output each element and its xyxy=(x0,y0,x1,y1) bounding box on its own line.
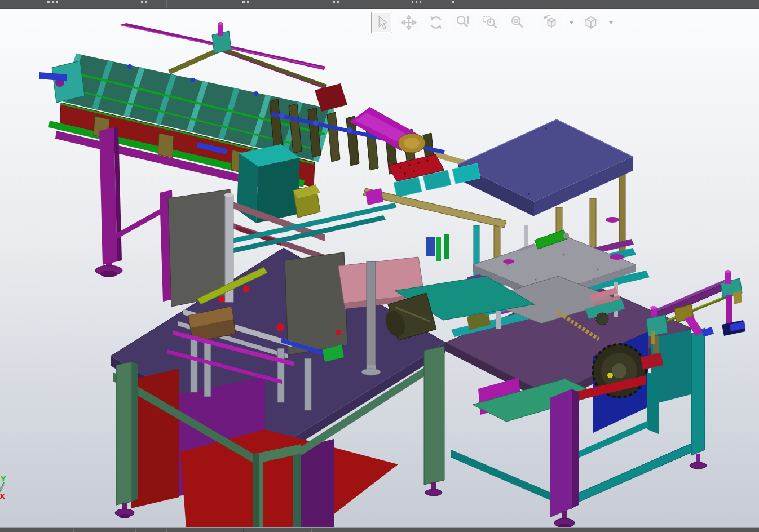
toolbar-icon-fragment xyxy=(247,1,249,3)
toolbar-icon-fragment xyxy=(337,1,339,3)
status-segment-divider xyxy=(166,529,167,532)
rotate-arrows-icon xyxy=(426,12,446,33)
magnifier-area-icon xyxy=(480,12,500,33)
status-segment-divider xyxy=(135,529,136,532)
toolbar-icon-fragment xyxy=(420,1,421,3)
view-orientation-button[interactable] xyxy=(540,12,562,33)
toolbar-icon-fragment xyxy=(452,1,454,3)
toolbar-icon-fragment xyxy=(47,1,50,3)
toolbar-icon-fragment xyxy=(242,1,245,3)
toolbar-icon-fragment xyxy=(416,1,417,3)
cube-style-icon xyxy=(580,12,601,33)
rotate-button[interactable] xyxy=(425,12,447,33)
pan-arrows-icon xyxy=(399,12,419,33)
status-segment-divider xyxy=(73,529,74,532)
cursor-arrow-icon xyxy=(372,12,392,33)
toolbar-icon-fragment xyxy=(141,1,143,3)
magnifier-updown-icon xyxy=(453,12,473,33)
chevron-down-icon xyxy=(608,21,614,24)
toolbar-icon-fragment xyxy=(52,1,54,3)
display-style-dropdown[interactable] xyxy=(607,12,615,33)
toolbar-icon-fragment xyxy=(333,1,335,3)
magnifier-fit-icon xyxy=(507,12,527,33)
display-style-button[interactable] xyxy=(580,12,601,33)
select-button[interactable] xyxy=(371,12,392,33)
zoom-fit-button[interactable] xyxy=(506,12,528,33)
top-toolbar-strip xyxy=(0,0,759,9)
toolbar-divider xyxy=(166,0,167,8)
toolbar-icon-fragment xyxy=(412,1,413,3)
chevron-down-icon xyxy=(569,21,574,24)
cad-model-3d-view[interactable]: Y X xyxy=(0,0,759,532)
cad-viewport[interactable]: Y X xyxy=(0,8,759,528)
zoom-in-out-button[interactable] xyxy=(452,12,474,33)
axis-triad: Y X xyxy=(0,475,6,500)
zoom-area-button[interactable] xyxy=(479,12,501,33)
toolbar-icon-fragment xyxy=(145,1,147,3)
y-axis-label: Y xyxy=(0,475,6,483)
status-bar xyxy=(0,527,759,532)
pan-button[interactable] xyxy=(398,12,420,33)
status-segment-divider xyxy=(311,529,312,532)
toolbar-icon-fragment xyxy=(56,1,58,3)
cube-orientation-icon xyxy=(541,12,561,33)
x-axis-label: X xyxy=(0,492,5,500)
status-segment-divider xyxy=(243,529,244,532)
view-orientation-dropdown[interactable] xyxy=(567,12,575,33)
view-toolbar xyxy=(371,12,619,33)
